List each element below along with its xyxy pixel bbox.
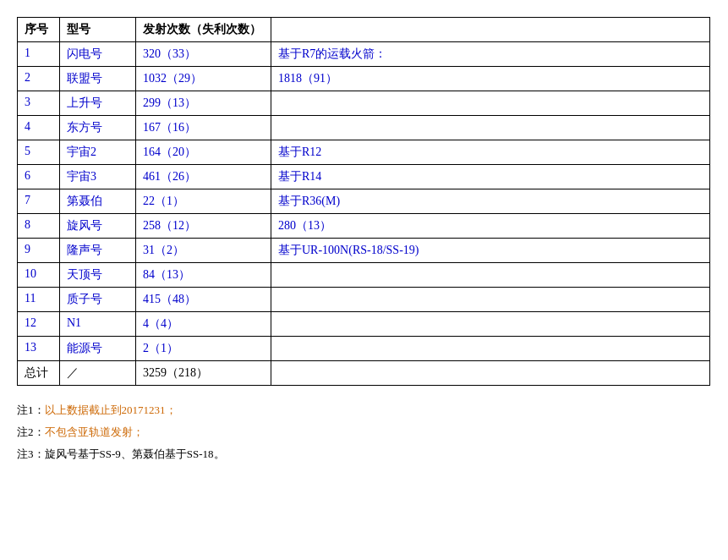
cell-seq: 10 (18, 263, 60, 288)
cell-notes: 基于R14 (271, 165, 710, 189)
note-label: 注3： (17, 447, 45, 460)
table-row: 1闪电号320（33）基于R7的运载火箭： (18, 42, 710, 67)
table-row: 总计／3259（218） (18, 361, 710, 386)
cell-launches: 4（4） (136, 312, 271, 337)
cell-seq: 5 (18, 140, 60, 165)
cell-notes (271, 263, 710, 288)
table-row: 9隆声号31（2）基于UR-100N(RS-18/SS-19) (18, 239, 710, 263)
cell-model: 东方号 (60, 116, 136, 140)
cell-notes (271, 361, 710, 386)
cell-seq: 4 (18, 116, 60, 140)
cell-seq: 3 (18, 91, 60, 116)
notes-section: 注1：以上数据截止到20171231；注2：不包含亚轨道发射；注3：旋风号基于S… (17, 399, 710, 465)
header-seq: 序号 (18, 18, 60, 42)
cell-seq: 12 (18, 312, 60, 337)
cell-notes: 1818（91） (271, 67, 710, 91)
main-container: 序号 型号 发射次数（失利次数） 1闪电号320（33）基于R7的运载火箭：2联… (17, 17, 710, 465)
cell-launches: 164（20） (136, 140, 271, 165)
cell-launches: 1032（29） (136, 67, 271, 91)
header-launches: 发射次数（失利次数） (136, 18, 271, 42)
cell-notes: 基于R7的运载火箭： (271, 42, 710, 67)
header-model: 型号 (60, 18, 136, 42)
cell-notes (271, 337, 710, 361)
cell-launches: 461（26） (136, 165, 271, 189)
table-row: 13能源号2（1） (18, 337, 710, 361)
cell-model: ／ (60, 361, 136, 386)
note-label: 注2： (17, 425, 45, 438)
cell-notes (271, 91, 710, 116)
cell-model: 隆声号 (60, 239, 136, 263)
table-row: 12N14（4） (18, 312, 710, 337)
table-row: 2联盟号1032（29）1818（91） (18, 67, 710, 91)
cell-model: 能源号 (60, 337, 136, 361)
note-text: 旋风号基于SS-9、第聂伯基于SS-18。 (45, 447, 225, 460)
cell-model: 宇宙2 (60, 140, 136, 165)
cell-notes: 基于R12 (271, 140, 710, 165)
cell-model: 宇宙3 (60, 165, 136, 189)
cell-launches: 2（1） (136, 337, 271, 361)
cell-notes: 基于R36(M) (271, 189, 710, 214)
cell-launches: 3259（218） (136, 361, 271, 386)
cell-model: 上升号 (60, 91, 136, 116)
table-row: 10天顶号84（13） (18, 263, 710, 288)
table-row: 3上升号299（13） (18, 91, 710, 116)
cell-launches: 84（13） (136, 263, 271, 288)
cell-seq: 9 (18, 239, 60, 263)
cell-model: N1 (60, 312, 136, 337)
header-notes (271, 18, 710, 42)
cell-seq: 总计 (18, 361, 60, 386)
note-label: 注1： (17, 404, 45, 416)
table-row: 6宇宙3461（26）基于R14 (18, 165, 710, 189)
table-row: 4东方号167（16） (18, 116, 710, 140)
cell-model: 质子号 (60, 288, 136, 312)
table-row: 7第聂伯22（1）基于R36(M) (18, 189, 710, 214)
cell-launches: 415（48） (136, 288, 271, 312)
cell-seq: 8 (18, 214, 60, 239)
cell-launches: 22（1） (136, 189, 271, 214)
cell-launches: 31（2） (136, 239, 271, 263)
note-text: 以上数据截止到20171231； (45, 404, 177, 416)
cell-notes: 基于UR-100N(RS-18/SS-19) (271, 239, 710, 263)
cell-launches: 299（13） (136, 91, 271, 116)
cell-model: 闪电号 (60, 42, 136, 67)
note-line-1: 注1：以上数据截止到20171231； (17, 399, 710, 421)
cell-model: 天顶号 (60, 263, 136, 288)
cell-seq: 2 (18, 67, 60, 91)
note-text: 不包含亚轨道发射； (45, 425, 144, 438)
cell-seq: 7 (18, 189, 60, 214)
table-row: 5宇宙2164（20）基于R12 (18, 140, 710, 165)
table-row: 11质子号415（48） (18, 288, 710, 312)
cell-launches: 167（16） (136, 116, 271, 140)
note-line-2: 注2：不包含亚轨道发射； (17, 421, 710, 443)
cell-notes (271, 312, 710, 337)
cell-notes: 280（13） (271, 214, 710, 239)
cell-model: 联盟号 (60, 67, 136, 91)
cell-notes (271, 116, 710, 140)
cell-launches: 258（12） (136, 214, 271, 239)
cell-seq: 13 (18, 337, 60, 361)
note-line-3: 注3：旋风号基于SS-9、第聂伯基于SS-18。 (17, 443, 710, 465)
cell-seq: 11 (18, 288, 60, 312)
cell-model: 第聂伯 (60, 189, 136, 214)
cell-model: 旋风号 (60, 214, 136, 239)
launch-table: 序号 型号 发射次数（失利次数） 1闪电号320（33）基于R7的运载火箭：2联… (17, 17, 710, 386)
table-row: 8旋风号258（12）280（13） (18, 214, 710, 239)
cell-launches: 320（33） (136, 42, 271, 67)
cell-seq: 1 (18, 42, 60, 67)
cell-notes (271, 288, 710, 312)
cell-seq: 6 (18, 165, 60, 189)
